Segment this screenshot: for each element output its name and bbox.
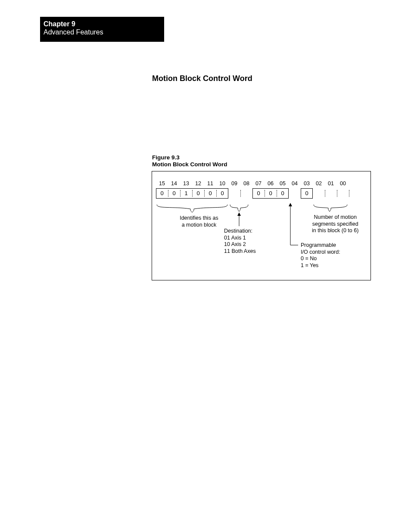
ann-segments: Number of motion segments specified in t… xyxy=(312,214,358,234)
bit-value: 0 xyxy=(277,188,289,199)
bit-diagram: 15 14 13 12 11 10 09 08 07 06 05 04 03 0… xyxy=(152,171,371,280)
ann-text: segments specified xyxy=(312,221,358,228)
bit-label: 15 xyxy=(156,180,168,187)
page: Chapter 9 Advanced Features Motion Block… xyxy=(0,0,411,532)
figure-number: Figure 9.3 xyxy=(152,154,227,161)
bit-value: 0 xyxy=(156,188,168,199)
chapter-title: Advanced Features xyxy=(44,28,164,36)
chapter-header: Chapter 9 Advanced Features xyxy=(40,17,164,42)
bit-value: 0 xyxy=(192,188,204,199)
bit-value xyxy=(240,188,252,199)
bit-value: 0 xyxy=(216,188,228,199)
ann-identify: Identifies this as a motion block xyxy=(173,215,225,228)
ann-destination: Destination: 01 Axis 1 10 Axis 2 11 Both… xyxy=(224,228,256,255)
bit-value: 0 xyxy=(204,188,216,199)
ann-text: Number of motion xyxy=(312,214,358,221)
bit-value xyxy=(313,188,325,199)
bit-label: 12 xyxy=(192,180,204,187)
bit-value xyxy=(325,188,337,199)
ann-text: I/O control word: xyxy=(301,249,340,256)
bit-value xyxy=(289,188,301,199)
ann-text: in this block (0 to 6) xyxy=(312,227,358,234)
figure-caption: Figure 9.3 Motion Block Control Word xyxy=(152,154,227,168)
ann-text: a motion block xyxy=(173,222,225,229)
bit-label: 07 xyxy=(252,180,265,187)
bit-label: 02 xyxy=(313,180,325,187)
bit-label: 00 xyxy=(337,180,349,187)
bit-value xyxy=(337,188,349,199)
svg-marker-3 xyxy=(289,203,292,206)
bit-label: 01 xyxy=(325,180,337,187)
bit-label: 08 xyxy=(240,180,252,187)
bit-label: 03 xyxy=(301,180,313,187)
section-heading: Motion Block Control Word xyxy=(152,74,252,83)
ann-text: Programmable xyxy=(301,242,340,249)
ann-text: 0 = No xyxy=(301,255,340,262)
figure-title: Motion Block Control Word xyxy=(152,161,227,168)
bit-label: 06 xyxy=(265,180,277,187)
chapter-number: Chapter 9 xyxy=(44,20,164,28)
ann-text: Destination: xyxy=(224,228,256,235)
bit-value: 1 xyxy=(180,188,192,199)
ann-text: Identifies this as xyxy=(173,215,225,222)
bit-label: 04 xyxy=(289,180,301,187)
ann-text: 01 Axis 1 xyxy=(224,235,256,242)
bit-label: 11 xyxy=(204,180,216,187)
cell-divider xyxy=(349,190,349,197)
bit-label: 10 xyxy=(216,180,228,187)
bit-value: 0 xyxy=(265,188,277,199)
bit-value: 0 xyxy=(301,188,313,199)
bit-label: 05 xyxy=(277,180,289,187)
bit-value xyxy=(228,188,240,199)
ann-text: 10 Axis 2 xyxy=(224,241,256,248)
bit-label: 09 xyxy=(228,180,240,187)
bit-value: 0 xyxy=(252,188,265,199)
bit-label: 14 xyxy=(168,180,180,187)
ann-io: Programmable I/O control word: 0 = No 1 … xyxy=(301,242,340,269)
ann-text: 11 Both Axes xyxy=(224,248,256,255)
svg-marker-1 xyxy=(237,212,241,216)
bit-label: 13 xyxy=(180,180,192,187)
bit-value: 0 xyxy=(168,188,180,199)
ann-text: 1 = Yes xyxy=(301,262,340,269)
